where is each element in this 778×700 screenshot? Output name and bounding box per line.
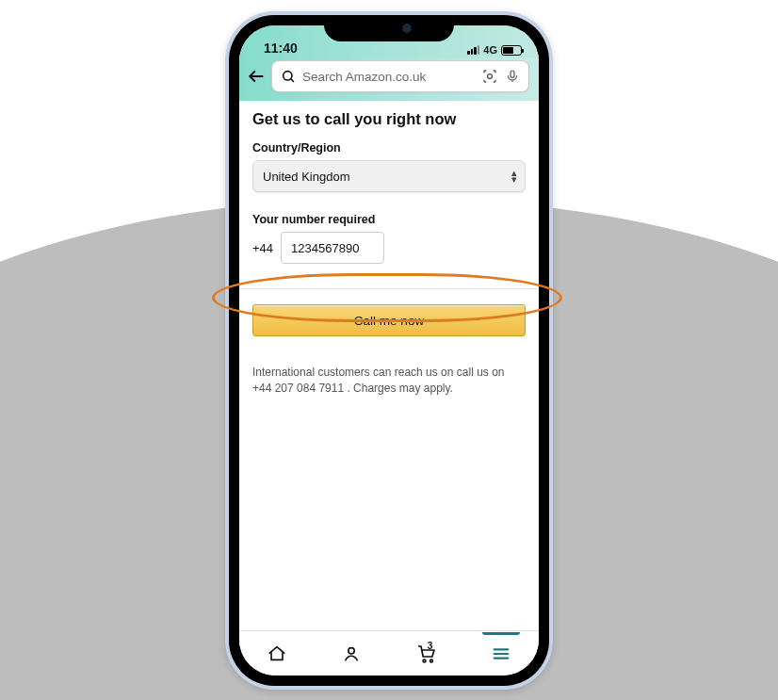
svg-point-3 [488, 74, 493, 79]
svg-point-5 [348, 647, 354, 653]
nav-menu[interactable] [480, 633, 522, 675]
phone-notch [324, 15, 454, 41]
phone-number-label: Your number required [252, 213, 526, 226]
country-region-select[interactable]: United Kingdom ▴▾ [252, 160, 526, 192]
svg-rect-4 [511, 71, 514, 77]
network-label: 4G [483, 44, 497, 56]
search-input[interactable] [302, 70, 476, 84]
cellular-signal-icon [467, 45, 479, 55]
app-screen: 11:40 4G [239, 25, 539, 676]
svg-line-2 [291, 79, 294, 82]
battery-icon [501, 45, 522, 56]
phone-frame: 11:40 4G [225, 11, 553, 690]
select-caret-icon: ▴▾ [511, 170, 517, 182]
bottom-nav: 3 [239, 630, 539, 676]
nav-account[interactable] [331, 633, 372, 675]
phone-bezel: 11:40 4G [229, 15, 549, 686]
country-region-value: United Kingdom [263, 170, 350, 184]
section-divider [239, 288, 539, 289]
call-me-now-button[interactable]: Call me now [252, 304, 526, 336]
nav-cart[interactable]: 3 [406, 633, 447, 675]
phone-row: +44 [252, 232, 526, 264]
country-code: +44 [252, 241, 273, 255]
svg-point-6 [423, 659, 426, 662]
home-indicator [333, 676, 445, 680]
status-right: 4G [467, 44, 522, 56]
svg-point-1 [284, 72, 292, 80]
app-header [239, 57, 539, 101]
page-content: Get us to call you right now Country/Reg… [239, 101, 539, 630]
country-region-label: Country/Region [252, 141, 526, 155]
search-icon [280, 68, 297, 85]
nav-active-indicator [482, 632, 520, 635]
phone-number-input[interactable] [281, 232, 384, 264]
cart-count-badge: 3 [428, 641, 433, 651]
microphone-icon[interactable] [504, 68, 521, 85]
svg-point-7 [430, 659, 432, 662]
intl-note: International customers can reach us on … [252, 365, 526, 398]
back-arrow-icon[interactable] [247, 67, 266, 86]
nav-home[interactable] [256, 633, 298, 675]
camera-scan-icon[interactable] [481, 68, 498, 85]
page-title: Get us to call you right now [252, 110, 526, 128]
search-box[interactable] [271, 60, 529, 92]
status-time: 11:40 [264, 41, 298, 56]
